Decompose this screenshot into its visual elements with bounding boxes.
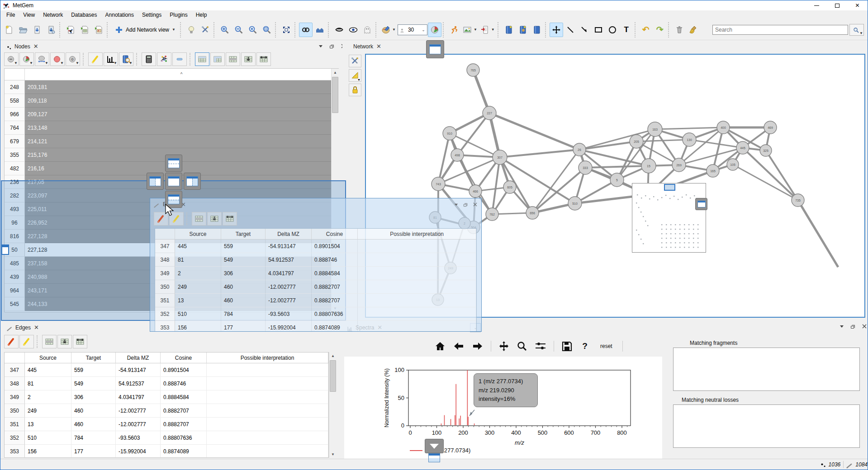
plot-save-button[interactable] bbox=[561, 340, 572, 352]
graph-edge[interactable] bbox=[579, 141, 636, 150]
edges-table-row[interactable]: 350249460-12.0027770.8882707 bbox=[5, 404, 328, 418]
graph-edge[interactable] bbox=[579, 129, 655, 150]
edges-table-row[interactable]: 34923064.03417970.8884584 bbox=[155, 267, 476, 280]
zoom-fit-button[interactable] bbox=[260, 23, 274, 37]
dock-close-button[interactable] bbox=[861, 323, 868, 329]
maximize-button[interactable] bbox=[827, 0, 847, 10]
draw-ellipse-button[interactable] bbox=[606, 23, 619, 37]
scrollbar-thumb[interactable] bbox=[330, 360, 336, 392]
save-project-button[interactable] bbox=[30, 23, 44, 37]
process-file-button[interactable] bbox=[64, 23, 77, 37]
dock-close-button[interactable] bbox=[473, 202, 478, 207]
import-group-mapping-button[interactable] bbox=[92, 23, 105, 37]
dropdown-arrow-icon[interactable]: ▼ bbox=[172, 28, 175, 32]
zoom-in-button[interactable] bbox=[218, 23, 232, 37]
table-view-all-button[interactable] bbox=[195, 52, 209, 66]
plot-home-button[interactable] bbox=[435, 340, 446, 352]
pan-tool-button[interactable] bbox=[550, 23, 563, 37]
edge-yellow-pen-button[interactable] bbox=[19, 335, 34, 348]
color-nodes-button[interactable]: ▼ bbox=[380, 23, 397, 37]
plot-back-button[interactable] bbox=[453, 340, 465, 352]
library-button[interactable] bbox=[530, 23, 544, 37]
close-button[interactable]: ✕ bbox=[847, 0, 868, 10]
query-databases-button[interactable] bbox=[516, 23, 530, 37]
cluster-button[interactable] bbox=[157, 52, 171, 66]
edges-table-row[interactable]: 353156177-15.9920040.8874089 bbox=[155, 321, 476, 332]
network-ruler-button[interactable]: ▼ bbox=[349, 69, 361, 82]
matching-losses-box[interactable] bbox=[673, 404, 860, 448]
draw-line-button[interactable] bbox=[564, 23, 577, 37]
edge-table-sort-button[interactable] bbox=[207, 212, 222, 226]
edges-scrollbar[interactable]: ▲ ▼ bbox=[329, 352, 337, 458]
edge-table-fit-button[interactable] bbox=[73, 335, 87, 348]
plot-pan-button[interactable] bbox=[498, 340, 509, 352]
draw-rect-button[interactable] bbox=[592, 23, 605, 37]
dock-indicator-center[interactable] bbox=[165, 173, 182, 190]
dock-indicator-left[interactable] bbox=[147, 173, 164, 190]
undo-button[interactable]: ↶ bbox=[639, 23, 653, 37]
edge-table-view-button[interactable] bbox=[192, 212, 206, 226]
menu-plugins[interactable]: Plugins bbox=[166, 10, 191, 19]
graph-edge[interactable] bbox=[500, 157, 575, 203]
scroll-up-icon[interactable]: ▲ bbox=[329, 352, 337, 359]
graph-edge[interactable] bbox=[585, 166, 649, 168]
edges-table-row[interactable]: 353156177-15.9920040.8874089 bbox=[5, 445, 328, 458]
column-header-target[interactable]: Target bbox=[71, 352, 116, 363]
graph-edge[interactable] bbox=[457, 113, 489, 155]
node-size-button[interactable]: ▼ bbox=[35, 52, 49, 66]
collapse-button[interactable] bbox=[172, 52, 187, 66]
zoom-selection-button[interactable] bbox=[246, 23, 260, 37]
column-header-source[interactable]: Source bbox=[175, 229, 221, 239]
table-sort-button[interactable] bbox=[241, 52, 256, 66]
close-icon[interactable]: ✕ bbox=[33, 43, 38, 50]
nodes-table-row[interactable]: 248203,181 bbox=[5, 80, 338, 94]
redo-button[interactable]: ↷ bbox=[653, 23, 667, 37]
edges-table-row[interactable]: 352510784-93.56030.88807636 bbox=[155, 307, 476, 321]
export-metadata-button[interactable]: ▼ bbox=[479, 23, 496, 37]
search-input[interactable] bbox=[712, 25, 848, 35]
node-pie-button[interactable]: ▼ bbox=[19, 52, 34, 66]
new-project-button[interactable] bbox=[2, 23, 16, 37]
column-header-cosine[interactable]: Cosine bbox=[161, 352, 207, 363]
hide-isolated-button[interactable] bbox=[332, 23, 346, 37]
plot-forward-button[interactable] bbox=[472, 340, 484, 352]
edge-table-view-button[interactable] bbox=[42, 335, 57, 348]
graph-edge[interactable] bbox=[655, 127, 723, 129]
view-databases-button[interactable] bbox=[502, 23, 516, 37]
graph-edge[interactable] bbox=[500, 150, 579, 157]
dock-indicator-right-edge[interactable] bbox=[695, 198, 707, 210]
edges-table-row[interactable]: 35113460-12.0027770.8882707 bbox=[5, 418, 328, 431]
pie-chart-button[interactable] bbox=[428, 23, 441, 37]
lookup-database-button[interactable]: ▼ bbox=[119, 52, 133, 66]
dock-menu-button[interactable] bbox=[454, 202, 459, 207]
dropdown-arrow-icon[interactable]: ▼ bbox=[491, 28, 495, 32]
column-header-possible-interpretation[interactable]: Possible interpretation bbox=[358, 229, 476, 239]
node-size-combo[interactable]: 30 ⌄ bbox=[398, 24, 427, 35]
clear-button[interactable] bbox=[687, 23, 700, 37]
nodes-table-row[interactable]: 558209,118 bbox=[5, 94, 338, 108]
layout-button[interactable] bbox=[447, 23, 461, 37]
tab-edges[interactable]: Edges ✕ bbox=[3, 322, 43, 333]
vertical-splitter[interactable] bbox=[664, 321, 669, 459]
draw-text-button[interactable]: T bbox=[620, 23, 633, 37]
node-minus-button[interactable]: ▼ bbox=[4, 52, 19, 66]
dropdown-arrow-icon[interactable]: ▼ bbox=[392, 28, 396, 32]
render-button[interactable] bbox=[185, 23, 198, 37]
plot-config-button[interactable] bbox=[535, 340, 546, 352]
tab-nodes[interactable]: Nodes ✕ bbox=[3, 41, 42, 52]
dock-float-button[interactable] bbox=[463, 202, 468, 207]
dock-float-button[interactable] bbox=[849, 323, 857, 329]
edges-table-row[interactable]: 35113460-12.0027770.8882707 bbox=[155, 294, 476, 307]
edges-table-row[interactable]: 3488154954.9125370.888746 bbox=[5, 377, 328, 390]
plot-reset-button[interactable]: reset bbox=[598, 342, 615, 350]
dock-indicator-right[interactable] bbox=[184, 173, 201, 190]
menu-settings[interactable]: Settings bbox=[138, 10, 166, 19]
plot-zoom-button[interactable] bbox=[517, 340, 527, 352]
show-neighbors-button[interactable] bbox=[313, 23, 327, 37]
dock-indicator-network-top[interactable] bbox=[426, 40, 444, 58]
column-header-possible-interpretation[interactable]: Possible interpretation bbox=[207, 352, 328, 363]
nodes-table-row[interactable]: 764213,148 bbox=[5, 121, 338, 135]
screenshot-button[interactable]: ▼ bbox=[461, 23, 479, 37]
column-header-delta-mz[interactable]: Delta MZ bbox=[266, 229, 312, 239]
spectrum-figure[interactable]: 0100200300400500600700800050100m/zNormal… bbox=[344, 357, 662, 459]
